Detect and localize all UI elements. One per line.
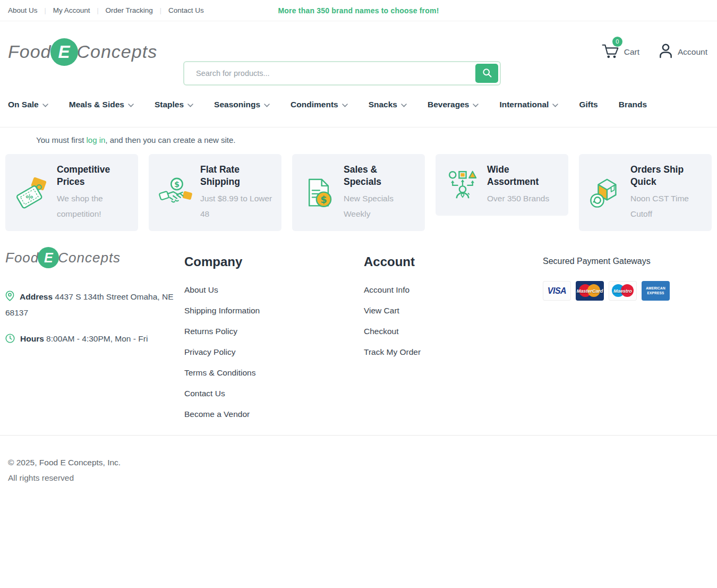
topbar-link-about-us[interactable]: About Us (8, 6, 38, 14)
feature-title: Orders Ship Quick (630, 164, 704, 188)
chevron-down-icon (552, 100, 558, 109)
account-icon (659, 43, 673, 61)
logo-word-concepts: Concepts (58, 250, 121, 266)
topbar-links: About Us | My Account | Order Tracking |… (8, 6, 204, 14)
nav-item-snacks[interactable]: Snacks (369, 100, 407, 109)
divider: | (97, 7, 98, 14)
nav-item-on-sale[interactable]: On Sale (8, 100, 48, 109)
svg-text:$: $ (320, 193, 327, 204)
footer-link-shipping-information[interactable]: Shipping Information (184, 306, 260, 315)
feature-subtitle: New Specials Weekly (344, 191, 417, 221)
nav-item-meals-sides[interactable]: Meals & Sides (69, 100, 134, 109)
footer-link-contact-us[interactable]: Contact Us (184, 389, 225, 398)
nav-item-international[interactable]: International (499, 100, 558, 109)
log-in-link[interactable]: log in (86, 135, 105, 144)
footer-link-terms-conditions[interactable]: Terms & Conditions (184, 368, 255, 377)
logo-word-concepts: Concepts (77, 41, 158, 62)
footer-account-column: Account Account Info View Cart Checkout … (364, 247, 543, 435)
maestro-card-icon: Maestro (609, 281, 637, 301)
rights-text: All rights reserved (8, 473, 709, 483)
feature-title: Wide Assortment (487, 164, 561, 188)
feature-wide-assortment: Wide Assortment Over 350 Brands (436, 154, 568, 216)
feature-text: Orders Ship Quick Noon CST Time Cutoff (630, 164, 704, 221)
hours-value: 8:00AM - 4:30PM, Mon - Fri (46, 334, 148, 343)
topbar-link-my-account[interactable]: My Account (53, 6, 90, 14)
footer-company-column: Company About Us Shipping Information Re… (184, 247, 364, 435)
feature-text: Sales & Specials New Specials Weekly (344, 164, 417, 221)
feature-subtitle: Over 350 Brands (487, 191, 561, 206)
footer-link-returns-policy[interactable]: Returns Policy (184, 327, 237, 336)
chevron-down-icon (473, 100, 479, 109)
footer-link-track-my-order[interactable]: Track My Order (364, 347, 421, 356)
feature-competitive-prices: % Competitive Prices We shop the competi… (5, 154, 138, 231)
nav-item-condiments[interactable]: Condiments (291, 100, 348, 109)
nav-item-staples[interactable]: Staples (155, 100, 193, 109)
footer-link-account-info[interactable]: Account Info (364, 285, 409, 294)
price-tags-icon: % (15, 176, 50, 209)
cart-count-badge: 0 (612, 37, 622, 47)
feature-text: Wide Assortment Over 350 Brands (487, 164, 561, 206)
divider: | (160, 7, 161, 14)
topbar-link-contact-us[interactable]: Contact Us (168, 6, 204, 14)
feature-title: Competitive Prices (57, 164, 131, 188)
site-logo[interactable]: Food E Concepts (8, 38, 157, 66)
footer-link-privacy-policy[interactable]: Privacy Policy (184, 347, 235, 356)
footer-link-checkout[interactable]: Checkout (364, 327, 398, 336)
footer-link-become-a-vendor[interactable]: Become a Vendor (184, 410, 250, 419)
search-input[interactable] (184, 62, 500, 84)
svg-text:$: $ (174, 180, 180, 188)
feature-subtitle: Noon CST Time Cutoff (630, 191, 704, 221)
logo-e-badge: E (38, 247, 59, 268)
visa-card-icon: VISA (543, 281, 571, 301)
footer-link-about-us[interactable]: About Us (184, 285, 218, 294)
cart-button[interactable]: 0 Cart (601, 42, 639, 62)
nav-item-seasonings[interactable]: Seasonings (214, 100, 270, 109)
clock-icon (5, 333, 15, 347)
divider: | (45, 7, 46, 14)
amex-card-icon: AMERICAN EXPRESS (642, 281, 670, 301)
footer-link-view-cart[interactable]: View Cart (364, 306, 399, 315)
location-pin-icon (5, 291, 14, 305)
feature-subtitle: We shop the competition! (57, 191, 131, 221)
footer-logo[interactable]: Food E Concepts (5, 247, 184, 268)
copyright-bar: © 2025, Food E Concepts, Inc. All rights… (0, 435, 717, 483)
feature-title: Sales & Specials (344, 164, 417, 188)
top-utility-bar: More than 350 brand names to choose from… (0, 0, 717, 21)
topbar-link-order-tracking[interactable]: Order Tracking (106, 6, 153, 14)
payment-cards: VISA MasterCard Maestro AMERICAN EXPRESS (543, 281, 712, 301)
main-navigation: On Sale Meals & Sides Staples Seasonings… (0, 82, 717, 127)
shipping-box-icon (588, 176, 624, 209)
assortment-icon (445, 168, 480, 201)
feature-sales-specials: $ Sales & Specials New Specials Weekly (292, 154, 425, 231)
chevron-down-icon (128, 100, 134, 109)
account-button[interactable]: Account (659, 43, 707, 61)
site-footer: Food E Concepts Address 4437 S 134th Str… (0, 231, 717, 435)
account-column-title: Account (364, 254, 543, 269)
feature-title: Flat Rate Shipping (200, 164, 274, 188)
chevron-down-icon (401, 100, 407, 109)
chevron-down-icon (342, 100, 348, 109)
feature-orders-ship-quick: Orders Ship Quick Noon CST Time Cutoff (579, 154, 712, 231)
company-column-title: Company (184, 254, 364, 269)
nav-item-gifts[interactable]: Gifts (579, 100, 598, 109)
hours-label: Hours (20, 334, 44, 343)
handshake-dollar-icon: $ (158, 176, 193, 209)
copyright-text: © 2025, Food E Concepts, Inc. (8, 458, 709, 467)
chevron-down-icon (42, 100, 48, 109)
feature-text: Flat Rate Shipping Just $8.99 to Lower 4… (200, 164, 274, 221)
nav-item-beverages[interactable]: Beverages (428, 100, 479, 109)
feature-flat-rate-shipping: $ Flat Rate Shipping Just $8.99 to Lower… (149, 154, 281, 231)
cart-label: Cart (624, 47, 639, 57)
nav-item-brands[interactable]: Brands (619, 100, 647, 109)
site-header: Food E Concepts 0 Cart (0, 21, 717, 82)
logo-word-food: Food (8, 41, 52, 62)
footer-contact-column: Food E Concepts Address 4437 S 134th Str… (5, 247, 184, 435)
feature-subtitle: Just $8.99 to Lower 48 (200, 191, 274, 221)
chevron-down-icon (264, 100, 270, 109)
search-button[interactable] (475, 64, 498, 83)
footer-payments-column: Secured Payment Gateways VISA MasterCard… (543, 247, 712, 435)
feature-text: Competitive Prices We shop the competiti… (57, 164, 131, 221)
mastercard-card-icon: MasterCard (576, 281, 604, 301)
address-label: Address (20, 292, 53, 301)
feature-boxes: % Competitive Prices We shop the competi… (5, 154, 712, 231)
